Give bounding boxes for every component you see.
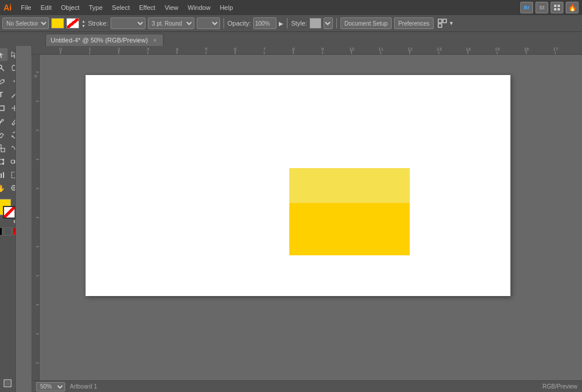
- menu-type[interactable]: Type: [84, 3, 108, 12]
- stroke-type-dropdown[interactable]: 3 pt. Round: [148, 17, 194, 29]
- arrange-icon[interactable]: ▼: [437, 18, 454, 28]
- svg-text:6: 6: [234, 47, 237, 52]
- svg-text:17: 17: [553, 47, 558, 52]
- menu-edit[interactable]: Edit: [36, 3, 56, 12]
- eraser-tool-btn[interactable]: [0, 129, 8, 141]
- blend-tool-btn[interactable]: [8, 155, 16, 168]
- style-dropdown[interactable]: [324, 17, 333, 29]
- svg-text:8: 8: [292, 47, 295, 52]
- black-swatch[interactable]: [0, 227, 2, 236]
- lasso-tool-btn[interactable]: [8, 62, 16, 74]
- flame-icon-btn[interactable]: 🔥: [566, 2, 579, 13]
- svg-text:15: 15: [495, 47, 500, 52]
- opacity-input[interactable]: [253, 17, 276, 29]
- menu-object[interactable]: Object: [56, 3, 84, 12]
- toolbar-stroke-swatch[interactable]: [66, 18, 79, 28]
- yellow-rectangle[interactable]: [289, 168, 410, 255]
- opacity-label: Opacity:: [228, 20, 251, 27]
- menu-view[interactable]: View: [160, 3, 183, 12]
- stroke-width-dropdown[interactable]: [111, 17, 146, 29]
- artboard[interactable]: [86, 75, 510, 296]
- rotate-tool-btn[interactable]: [8, 129, 16, 141]
- preferences-button[interactable]: Preferences: [394, 17, 434, 29]
- stroke-end-dropdown[interactable]: [197, 17, 220, 29]
- svg-text:9: 9: [321, 47, 324, 52]
- zoom-tool-btn[interactable]: [8, 182, 16, 195]
- document-setup-button[interactable]: Document Setup: [340, 17, 392, 29]
- rectangle-tool-btn[interactable]: [0, 102, 8, 115]
- paintbrush-tool-btn[interactable]: [0, 115, 8, 128]
- grid-icon-btn[interactable]: [551, 2, 563, 13]
- svg-point-8: [0, 65, 2, 69]
- pen-add-btn[interactable]: +: [8, 75, 16, 88]
- svg-text:11: 11: [378, 47, 384, 52]
- canvas-area[interactable]: 0 1 2 3 4 5 6 7 8: [16, 46, 582, 392]
- menu-file[interactable]: File: [16, 3, 36, 12]
- svg-rect-28: [3, 172, 4, 178]
- stroke-arrows[interactable]: ▲ ▼: [81, 19, 86, 28]
- zoom-select[interactable]: 50% 25% 75% 100%: [36, 382, 65, 391]
- gray-swatch[interactable]: [3, 227, 12, 236]
- menu-window[interactable]: Window: [183, 3, 215, 12]
- svg-line-11: [12, 92, 16, 98]
- svg-text:2: 2: [118, 47, 120, 52]
- tab-close-btn[interactable]: ×: [151, 37, 158, 44]
- direct-selection-tool-btn[interactable]: [8, 48, 16, 61]
- style-swatch[interactable]: [310, 18, 321, 28]
- svg-text:4: 4: [176, 47, 179, 52]
- hand-tool-btn[interactable]: ✋: [0, 182, 8, 195]
- menu-help[interactable]: Help: [215, 3, 238, 12]
- menu-bar: Ai File Edit Object Type Select Effect V…: [0, 0, 582, 15]
- pen-tool-btn[interactable]: [0, 75, 8, 88]
- stroke-label: Stroke:: [88, 20, 108, 27]
- svg-text:3: 3: [147, 47, 150, 52]
- app-logo: Ai: [3, 3, 12, 12]
- svg-text:0: 0: [33, 74, 38, 77]
- menu-effect[interactable]: Effect: [134, 3, 160, 12]
- svg-text:5: 5: [205, 47, 208, 52]
- svg-rect-18: [1, 148, 5, 152]
- opacity-expand-btn[interactable]: ▶: [279, 20, 283, 27]
- selection-tool-btn[interactable]: [0, 48, 8, 61]
- artboard-tool-btn[interactable]: [8, 169, 16, 181]
- shape-builder-btn[interactable]: [8, 102, 16, 115]
- svg-text:7: 7: [263, 47, 266, 52]
- warp-tool-btn[interactable]: [8, 142, 16, 155]
- type-tool-btn[interactable]: T: [0, 88, 8, 101]
- svg-rect-12: [0, 106, 4, 111]
- main-layout: + T: [0, 46, 582, 392]
- svg-text:10: 10: [349, 47, 354, 52]
- selection-dropdown[interactable]: No Selection: [2, 17, 49, 29]
- bottom-bar: 50% 25% 75% 100% Artboard 1 RGB/Preview: [31, 380, 582, 392]
- stroke-color-swatch[interactable]: [3, 206, 16, 219]
- svg-line-7: [1, 68, 4, 71]
- artboard-label: Artboard 1: [70, 383, 97, 390]
- svg-text:13: 13: [436, 47, 442, 52]
- doc-info: RGB/Preview: [542, 383, 577, 390]
- tab-title: Untitled-4* @ 50% (RGB/Preview): [51, 37, 148, 44]
- scale-tool-btn[interactable]: [0, 142, 8, 155]
- free-transform-btn[interactable]: [0, 155, 8, 168]
- menu-select[interactable]: Select: [107, 3, 134, 12]
- stock-icon-btn[interactable]: St: [535, 2, 548, 13]
- document-tab[interactable]: Untitled-4* @ 50% (RGB/Preview) ×: [45, 34, 164, 46]
- svg-text:16: 16: [524, 47, 529, 52]
- svg-text:14: 14: [466, 47, 471, 52]
- stroke-up-arrow[interactable]: ▲: [81, 19, 86, 23]
- toolbar-fill-swatch[interactable]: [51, 18, 64, 28]
- pencil-tool-btn[interactable]: [8, 115, 16, 128]
- line-tool-btn[interactable]: [8, 88, 16, 101]
- svg-rect-1: [558, 5, 560, 7]
- svg-rect-23: [2, 163, 4, 165]
- magic-wand-tool-btn[interactable]: [0, 62, 8, 74]
- svg-line-16: [12, 124, 12, 124]
- stroke-down-arrow[interactable]: ▼: [81, 24, 86, 28]
- view-artboard-btn[interactable]: [1, 377, 14, 390]
- svg-rect-21: [2, 159, 4, 161]
- ruler-top: 0 1 2 3 4 5 6 7 8: [31, 46, 582, 55]
- bridge-icon-btn[interactable]: Br: [520, 2, 533, 13]
- ruler-left: 0: [31, 55, 40, 380]
- graph-tool-btn[interactable]: [0, 169, 8, 181]
- toolbar: No Selection ▲ ▼ Stroke: 3 pt. Round Opa…: [0, 15, 582, 32]
- svg-point-10: [3, 80, 4, 81]
